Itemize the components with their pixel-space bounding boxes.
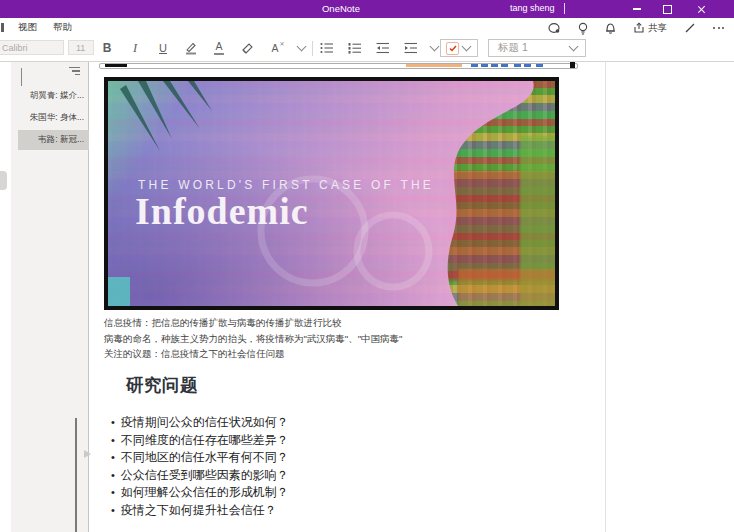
bullet-list-button[interactable] [317, 38, 337, 58]
chevron-down-icon [462, 42, 472, 52]
style-dropdown-value: 标题 1 [498, 41, 570, 55]
page-canvas[interactable]: THE WORLD'S FIRST CASE OF THE Infodemic … [90, 62, 604, 532]
outdent-icon [376, 42, 390, 54]
page-list-item[interactable]: 朱国华: 身体... [18, 108, 89, 128]
sort-pages-button[interactable] [69, 67, 80, 75]
close-icon [697, 5, 706, 14]
format-painter-icon [241, 42, 254, 55]
page-list-sidebar: 胡翼青: 媒介... 朱国华: 身体... 韦路: 新冠... [11, 62, 89, 532]
list-item[interactable]: 疫情期间公众的信任状况如何？ [111, 414, 289, 432]
chevron-down-icon [429, 42, 439, 52]
indent-icon [404, 42, 418, 54]
menu-view[interactable]: 视图 [18, 21, 37, 34]
research-question-list: 疫情期间公众的信任状况如何？ 不同维度的信任存在哪些差异？ 不同地区的信任水平有… [111, 414, 289, 520]
infodemic-banner-image[interactable]: THE WORLD'S FIRST CASE OF THE Infodemic [104, 77, 559, 310]
chevron-down-icon [569, 42, 579, 52]
italic-button[interactable]: I [125, 38, 145, 58]
sidebar-scrollbar[interactable] [75, 418, 77, 532]
clipped-highlight-fragment [406, 64, 462, 67]
increase-indent-button[interactable] [401, 38, 421, 58]
chevron-down-icon [296, 42, 306, 52]
minimize-button[interactable] [626, 0, 648, 18]
share-label: 共享 [648, 22, 667, 35]
more-options-button[interactable] [713, 27, 724, 29]
caption-paragraphs[interactable]: 信息疫情：把信息的传播扩散与病毒的传播扩散进行比较 病毒的命名，种族主义势力的抬… [104, 315, 574, 362]
titlebar-divider [564, 3, 565, 14]
sort-icon [69, 67, 80, 68]
caption-line[interactable]: 关注的议题：信息疫情之下的社会信任问题 [104, 346, 574, 362]
draw-button[interactable] [684, 22, 696, 34]
highlighter-icon [184, 41, 198, 55]
close-button[interactable] [690, 0, 712, 18]
quick-actions: 共享 [548, 21, 734, 35]
list-item[interactable]: 公众信任受到哪些因素的影响？ [111, 467, 289, 485]
clipped-link-fragment [536, 64, 543, 67]
lightbulb-icon [578, 22, 588, 35]
page-list-item-selected[interactable]: 韦路: 新冠... [18, 130, 89, 150]
decrease-indent-button[interactable] [373, 38, 393, 58]
app-title: OneNote [322, 3, 360, 14]
bullet-list-icon [320, 42, 334, 54]
style-dropdown[interactable]: 标题 1 [488, 39, 586, 57]
share-icon [633, 22, 645, 34]
todo-tag-dropdown[interactable] [440, 39, 478, 57]
page-list-item[interactable]: 胡翼青: 媒介... [18, 86, 89, 106]
font-size-box[interactable]: 11 [68, 40, 94, 55]
list-item[interactable]: 疫情之下如何提升社会信任？ [111, 502, 289, 520]
bold-button[interactable]: B [97, 38, 117, 58]
list-item[interactable]: 不同维度的信任存在哪些差异？ [111, 432, 289, 450]
todo-checkbox-icon [446, 42, 459, 55]
rail-handle[interactable] [0, 171, 7, 190]
list-item[interactable]: 不同地区的信任水平有何不同？ [111, 449, 289, 467]
paragraph-collapse-arrow[interactable] [84, 450, 91, 458]
notifications-button[interactable] [605, 22, 616, 34]
chevron-down-icon [21, 68, 22, 86]
section-dropdown[interactable] [21, 68, 22, 86]
numbered-list-icon [348, 42, 362, 54]
more-font-options-button[interactable] [291, 38, 311, 58]
right-panel [605, 62, 734, 532]
format-toolbar: Calibri 11 B I U A A✕ [0, 36, 734, 62]
caption-line[interactable]: 信息疫情：把信息的传播扩散与病毒的传播扩散进行比较 [104, 315, 574, 331]
banner-title-text: Infodemic [135, 189, 309, 233]
font-color-icon: A [214, 41, 224, 55]
clipped-content-strip [99, 63, 578, 69]
collapsed-notebook-rail [0, 62, 11, 532]
list-item[interactable]: 如何理解公众信任的形成机制？ [111, 484, 289, 502]
bell-icon [605, 22, 616, 34]
font-name-box[interactable]: Calibri [0, 40, 64, 55]
minimize-icon [633, 8, 641, 10]
titlebar: OneNote tang sheng [0, 0, 734, 18]
sync-icon [548, 22, 561, 34]
underline-button[interactable]: U [153, 38, 173, 58]
toolbar-divider [312, 41, 313, 56]
maximize-button[interactable] [656, 0, 678, 18]
clear-formatting-button[interactable]: A✕ [265, 38, 285, 58]
clear-formatting-icon: A✕ [271, 42, 278, 54]
account-name[interactable]: tang sheng [510, 3, 555, 13]
sync-status-button[interactable] [548, 22, 561, 34]
numbered-list-button[interactable] [345, 38, 365, 58]
section-heading[interactable]: 研究问题 [126, 373, 198, 397]
menu-item-clipped[interactable] [1, 23, 4, 32]
onenote-window: OneNote tang sheng 视图 帮助 [0, 0, 734, 532]
caption-line[interactable]: 病毒的命名，种族主义势力的抬头，将疫情称为"武汉病毒"、"中国病毒" [104, 331, 574, 347]
share-button[interactable]: 共享 [633, 22, 667, 35]
menu-help[interactable]: 帮助 [53, 21, 72, 34]
clipped-text-fragment [105, 64, 127, 67]
maximize-icon [663, 5, 672, 14]
highlight-button[interactable] [181, 38, 201, 58]
clipped-end-marker [570, 62, 575, 68]
pen-icon [684, 22, 696, 34]
font-color-button[interactable]: A [209, 38, 229, 58]
format-painter-button[interactable] [237, 38, 257, 58]
tell-me-button[interactable] [578, 22, 588, 35]
